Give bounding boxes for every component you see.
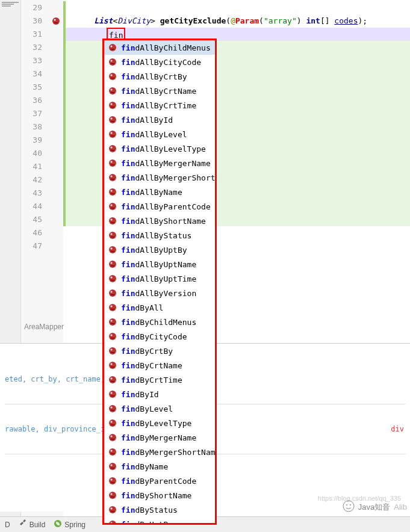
autocomplete-item[interactable]: findByChildMenus [104, 315, 215, 329]
svg-point-58 [109, 448, 116, 456]
svg-point-44 [109, 347, 116, 354]
autocomplete-item[interactable]: findAllByChildMenus [104, 40, 215, 55]
code-line-30[interactable]: List<DivCity> getCityExclude(@Param("arr… [63, 14, 410, 28]
svg-point-65 [111, 493, 113, 495]
autocomplete-item[interactable]: findByUptBy [104, 517, 215, 525]
breadcrumb[interactable]: AreaMapper [24, 323, 64, 331]
svg-point-19 [111, 161, 113, 163]
line-number: 30 [21, 14, 42, 28]
svg-point-0 [52, 17, 60, 25]
wechat-icon [343, 500, 355, 514]
autocomplete-item[interactable]: findByParentCode [104, 474, 215, 488]
autocomplete-item[interactable]: findByMergerShortName [104, 445, 215, 459]
autocomplete-item[interactable]: findByMergerName [104, 430, 215, 445]
autocomplete-item[interactable]: findAllByParentCode [104, 199, 215, 214]
autocomplete-item[interactable]: findAllByUptName [104, 257, 215, 271]
svg-point-32 [109, 261, 116, 268]
svg-point-16 [109, 145, 116, 152]
autocomplete-item[interactable]: findById [104, 387, 215, 401]
autocomplete-item[interactable]: findByCrtTime [104, 373, 215, 387]
autocomplete-popup[interactable]: findAllByChildMenusfindAllByCityCodefind… [102, 39, 217, 525]
autocomplete-item[interactable]: findAllByName [104, 185, 215, 199]
svg-point-22 [109, 188, 116, 196]
svg-point-5 [111, 60, 113, 62]
spring-leaf-icon [54, 519, 62, 530]
svg-point-59 [111, 450, 113, 452]
line-number: 45 [21, 213, 42, 226]
svg-point-7 [111, 75, 113, 76]
autocomplete-item[interactable]: findByStatus [104, 503, 215, 517]
svg-point-37 [111, 291, 113, 293]
autocomplete-item[interactable]: findByCityCode [104, 329, 215, 344]
svg-point-30 [109, 246, 116, 253]
autocomplete-item[interactable]: findAllByUptBy [104, 243, 215, 257]
line-number: 35 [21, 81, 42, 94]
autocomplete-item[interactable]: findAllByShortName [104, 214, 215, 228]
autocomplete-item[interactable]: findByCrtName [104, 358, 215, 373]
svg-point-25 [111, 205, 113, 206]
autocomplete-item[interactable]: findAllByVersion [104, 286, 215, 300]
svg-point-46 [109, 362, 116, 369]
svg-point-42 [109, 333, 116, 340]
autocomplete-item[interactable]: findAllByMergerName [104, 156, 215, 170]
autocomplete-item[interactable]: findAllByCrtBy [104, 69, 215, 84]
svg-point-2 [109, 44, 116, 51]
autocomplete-item[interactable]: findByCrtBy [104, 344, 215, 358]
autocomplete-item[interactable]: findAllByCrtTime [104, 98, 215, 113]
svg-point-18 [109, 159, 116, 167]
svg-point-43 [111, 335, 113, 336]
autocomplete-item[interactable]: findByLevelType [104, 416, 215, 430]
svg-point-36 [109, 289, 116, 297]
svg-point-38 [109, 304, 116, 311]
autocomplete-item[interactable]: findAllByCrtName [104, 84, 215, 98]
svg-point-26 [109, 217, 116, 224]
autocomplete-item[interactable]: findByName [104, 459, 215, 474]
autocomplete-item[interactable]: findAllByMergerShortName [104, 170, 215, 185]
autocomplete-item[interactable]: findByShortName [104, 488, 215, 503]
svg-point-3 [111, 46, 113, 48]
svg-point-33 [111, 262, 113, 264]
svg-point-15 [111, 132, 113, 134]
line-number: 36 [21, 94, 42, 107]
svg-point-28 [109, 232, 116, 239]
svg-point-45 [111, 349, 113, 351]
code-line-29[interactable] [63, 1, 410, 14]
todo-tab[interactable]: D [5, 521, 10, 529]
hammer-icon [19, 519, 27, 530]
autocomplete-item[interactable]: findAllByUptTime [104, 271, 215, 286]
svg-point-35 [111, 277, 113, 279]
line-number: 37 [21, 107, 42, 120]
svg-point-24 [109, 203, 116, 210]
spring-tab[interactable]: Spring [54, 519, 85, 530]
svg-point-40 [109, 318, 116, 326]
svg-point-48 [109, 376, 116, 383]
line-number: 34 [21, 67, 42, 81]
autocomplete-item[interactable]: findAllByLevelType [104, 141, 215, 156]
svg-point-61 [111, 465, 113, 466]
autocomplete-item[interactable]: findAllByStatus [104, 228, 215, 243]
line-number: 40 [21, 147, 42, 160]
mybatis-bird-icon[interactable] [48, 14, 63, 28]
svg-point-49 [111, 378, 113, 380]
autocomplete-item[interactable]: findByAll [104, 300, 215, 315]
svg-point-73 [350, 504, 351, 506]
svg-point-21 [111, 176, 113, 178]
svg-point-50 [109, 391, 116, 398]
svg-point-13 [111, 118, 113, 120]
line-number: 44 [21, 200, 42, 213]
autocomplete-item[interactable]: findAllByCityCode [104, 55, 215, 69]
svg-point-6 [109, 73, 116, 80]
build-tab[interactable]: Build [19, 519, 46, 530]
autocomplete-item[interactable]: findByLevel [104, 401, 215, 416]
svg-point-69 [111, 522, 113, 524]
svg-point-9 [111, 89, 113, 91]
autocomplete-item[interactable]: findAllByLevel [104, 127, 215, 141]
svg-point-64 [109, 492, 116, 499]
svg-point-63 [111, 479, 113, 481]
line-number: 41 [21, 160, 42, 173]
line-number: 39 [21, 134, 42, 147]
svg-point-56 [109, 434, 116, 441]
autocomplete-item[interactable]: findAllById [104, 113, 215, 127]
svg-point-17 [111, 147, 113, 149]
svg-point-67 [111, 508, 113, 510]
